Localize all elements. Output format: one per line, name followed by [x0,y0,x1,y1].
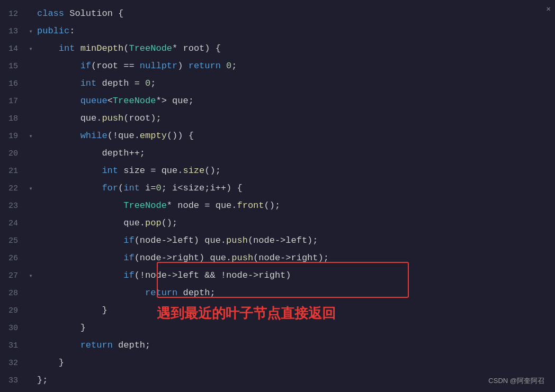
code-line: 12class Solution { [0,5,555,23]
code-line: 33}; [0,372,555,389]
line-number: 15 [0,58,26,75]
code-content: class Solution { [35,5,555,22]
watermark: CSDN @阿奎阿召 [488,376,544,386]
code-line: 15 if(root == nullptr) return 0; [0,58,555,75]
line-number: 26 [0,250,26,267]
code-content: que.pop(); [35,215,555,232]
code-line: 23 TreeNode* node = que.front(); [0,197,555,215]
line-number: 17 [0,93,26,110]
code-content: depth++; [35,145,555,162]
code-content: return depth; [35,285,555,302]
code-content: } [35,354,555,371]
line-number: 13 [0,23,26,40]
code-content: if(node->left) que.push(node->left); [35,232,555,249]
line-number: 12 [0,6,26,23]
code-line: 21 int size = que.size(); [0,162,555,180]
code-content: queue<TreeNode*> que; [35,93,555,110]
code-line: 26 if(node->right) que.push(node->right)… [0,250,555,267]
line-number: 29 [0,303,26,320]
fold-arrow[interactable]: ▾ [26,180,35,197]
code-container: 12class Solution {13▾public:14▾ int minD… [0,0,555,392]
code-line: 32 } [0,354,555,372]
code-line: 27▾ if(!node->left && !node->right) [0,267,555,285]
code-line: 31 return depth; [0,337,555,354]
line-number: 21 [0,163,26,180]
annotation-text: 遇到最近的叶子节点直接返回 [157,304,336,323]
close-button[interactable]: ✕ [547,4,551,13]
code-line: 28 return depth; [0,285,555,302]
code-content: }; [35,372,555,389]
line-number: 19 [0,128,26,145]
code-line: 25 if(node->left) que.push(node->left); [0,232,555,250]
code-line: 19▾ while(!que.empty()) { [0,127,555,145]
line-number: 16 [0,76,26,93]
line-number: 24 [0,215,26,232]
line-number: 27 [0,268,26,285]
code-line: 22▾ for(int i=0; i<size;i++) { [0,180,555,197]
code-content: TreeNode* node = que.front(); [35,197,555,214]
code-content: int size = que.size(); [35,162,555,179]
line-number: 18 [0,111,26,127]
code-line: 24 que.pop(); [0,215,555,232]
fold-arrow[interactable]: ▾ [26,23,35,40]
line-number: 20 [0,145,26,162]
code-line: 18 que.push(root); [0,110,555,127]
line-number: 23 [0,198,26,215]
code-line: 16 int depth = 0; [0,75,555,93]
code-content: if(root == nullptr) return 0; [35,58,555,75]
code-content: if(!node->left && !node->right) [35,267,555,284]
code-content: public: [35,23,555,40]
code-content: if(node->right) que.push(node->right); [35,250,555,267]
line-number: 28 [0,285,26,302]
code-content: int depth = 0; [35,75,555,92]
code-content: return depth; [35,337,555,354]
code-line: 17 queue<TreeNode*> que; [0,93,555,110]
line-number: 30 [0,320,26,337]
fold-arrow[interactable]: ▾ [26,268,35,285]
line-number: 22 [0,180,26,197]
line-number: 32 [0,355,26,372]
line-number: 31 [0,338,26,354]
line-number: 25 [0,233,26,250]
fold-arrow[interactable]: ▾ [26,41,35,58]
code-line: 13▾public: [0,23,555,40]
code-content: que.push(root); [35,110,555,127]
code-content: while(!que.empty()) { [35,127,555,144]
code-content: for(int i=0; i<size;i++) { [35,180,555,197]
line-number: 14 [0,41,26,58]
code-line: 20 depth++; [0,145,555,162]
code-content: int minDepth(TreeNode* root) { [35,40,555,57]
code-line: 14▾ int minDepth(TreeNode* root) { [0,40,555,58]
line-number: 33 [0,372,26,389]
fold-arrow[interactable]: ▾ [26,128,35,145]
